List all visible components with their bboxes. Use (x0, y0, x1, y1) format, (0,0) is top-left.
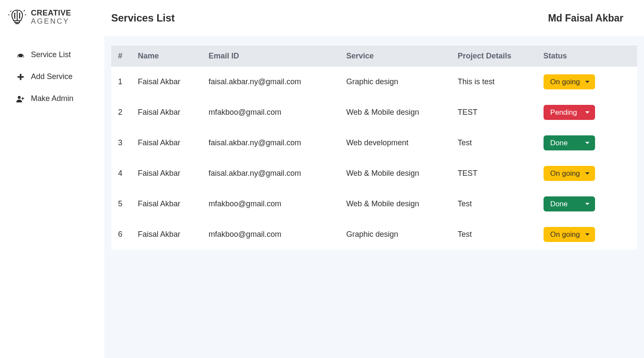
cell-name: Faisal Akbar (133, 97, 204, 128)
cell-details: Test (453, 128, 538, 158)
sidebar-item-add-service[interactable]: Add Service (16, 72, 104, 81)
cell-idx: 3 (111, 128, 133, 158)
svg-point-4 (18, 96, 21, 99)
services-table-wrap: # Name Email ID Service Project Details … (111, 46, 637, 250)
svg-rect-6 (21, 98, 24, 99)
cell-email: faisal.akbar.ny@gmail.com (204, 158, 341, 189)
services-table: # Name Email ID Service Project Details … (111, 46, 637, 250)
table-row: 6Faisal Akbarmfakboo@gmail.comGraphic de… (111, 219, 637, 250)
cell-name: Faisal Akbar (133, 67, 204, 97)
col-status: Status (538, 46, 637, 67)
cell-service: Web & Mobile design (341, 189, 453, 219)
cell-status: On goingPendingDone (538, 67, 637, 97)
cell-idx: 4 (111, 158, 133, 189)
table-row: 4Faisal Akbarfaisal.akbar.ny@gmail.comWe… (111, 158, 637, 189)
cell-details: Test (453, 189, 538, 219)
plus-icon (16, 73, 25, 81)
status-select[interactable]: On goingPendingDone (544, 74, 595, 89)
cell-email: faisal.akbar.ny@gmail.com (204, 67, 341, 97)
cell-status: On goingPendingDone (538, 128, 637, 158)
cell-details: TEST (453, 158, 538, 189)
page-title: Services List (111, 12, 175, 24)
cell-email: faisal.akbar.ny@gmail.com (204, 128, 341, 158)
col-index: # (111, 46, 133, 67)
table-row: 5Faisal Akbarmfakboo@gmail.comWeb & Mobi… (111, 189, 637, 219)
sidebar: CREATIVE AGENCY Service List Add Service (0, 0, 104, 358)
sidebar-item-label: Add Service (31, 72, 73, 81)
speedometer-icon (16, 51, 25, 59)
status-select[interactable]: On goingPendingDone (544, 227, 595, 242)
cell-status: On goingPendingDone (538, 158, 637, 189)
sidebar-nav: Service List Add Service Make Admin (8, 50, 104, 103)
cell-status: On goingPendingDone (538, 219, 637, 250)
cell-idx: 1 (111, 67, 133, 97)
cell-name: Faisal Akbar (133, 128, 204, 158)
cell-email: mfakboo@gmail.com (204, 189, 341, 219)
cell-service: Web & Mobile design (341, 97, 453, 128)
cell-name: Faisal Akbar (133, 189, 204, 219)
cell-idx: 6 (111, 219, 133, 250)
table-row: 3Faisal Akbarfaisal.akbar.ny@gmail.comWe… (111, 128, 637, 158)
status-select[interactable]: On goingPendingDone (544, 105, 595, 120)
sidebar-item-make-admin[interactable]: Make Admin (16, 94, 104, 103)
cell-service: Web & Mobile design (341, 158, 453, 189)
status-select[interactable]: On goingPendingDone (544, 166, 595, 181)
col-details: Project Details (453, 46, 538, 67)
cell-service: Web development (341, 128, 453, 158)
brand-logo[interactable]: CREATIVE AGENCY (8, 8, 104, 27)
cell-status: On goingPendingDone (538, 97, 637, 128)
sidebar-item-service-list[interactable]: Service List (16, 50, 104, 59)
cell-details: TEST (453, 97, 538, 128)
logo-line1: CREATIVE (31, 9, 71, 18)
current-user: Md Faisal Akbar (548, 12, 623, 24)
cell-idx: 5 (111, 189, 133, 219)
status-select[interactable]: On goingPendingDone (544, 135, 595, 150)
user-plus-icon (16, 95, 25, 103)
logo-line2: AGENCY (31, 18, 71, 26)
status-select[interactable]: On goingPendingDone (544, 196, 595, 211)
cell-name: Faisal Akbar (133, 219, 204, 250)
cell-status: On goingPendingDone (538, 189, 637, 219)
cell-idx: 2 (111, 97, 133, 128)
cell-service: Graphic design (341, 219, 453, 250)
svg-rect-1 (22, 56, 24, 57)
col-service: Service (341, 46, 453, 67)
cell-service: Graphic design (341, 67, 453, 97)
table-row: 2Faisal Akbarmfakboo@gmail.comWeb & Mobi… (111, 97, 637, 128)
svg-rect-0 (18, 56, 19, 57)
cell-name: Faisal Akbar (133, 158, 204, 189)
cell-email: mfakboo@gmail.com (204, 219, 341, 250)
content-area: # Name Email ID Service Project Details … (104, 36, 644, 358)
table-row: 1Faisal Akbarfaisal.akbar.ny@gmail.comGr… (111, 67, 637, 97)
col-email: Email ID (204, 46, 341, 67)
sidebar-item-label: Service List (31, 50, 71, 59)
brain-bulb-icon (8, 8, 27, 27)
sidebar-item-label: Make Admin (31, 94, 73, 103)
topbar: Services List Md Faisal Akbar (104, 0, 644, 36)
cell-email: mfakboo@gmail.com (204, 97, 341, 128)
cell-details: This is test (453, 67, 538, 97)
svg-rect-3 (18, 76, 24, 78)
cell-details: Test (453, 219, 538, 250)
main: Services List Md Faisal Akbar # Name Ema… (104, 0, 644, 358)
col-name: Name (133, 46, 204, 67)
